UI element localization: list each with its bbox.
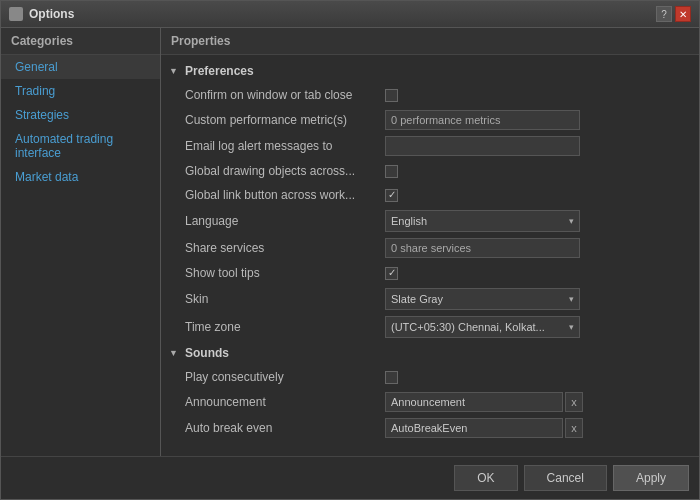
- row-timezone: Time zone (UTC+05:30) Chennai, Kolkat...…: [161, 313, 699, 341]
- checkbox-play-consecutively[interactable]: [385, 371, 398, 384]
- properties-panel: Properties ▼ Preferences Confirm on wind…: [161, 28, 699, 456]
- preferences-section-label: Preferences: [185, 64, 254, 78]
- value-global-link: [385, 189, 691, 202]
- preferences-arrow-icon: ▼: [169, 66, 179, 76]
- input-performance-metrics[interactable]: [385, 110, 580, 130]
- dropdown-language[interactable]: English ▾: [385, 210, 580, 232]
- help-button[interactable]: ?: [656, 6, 672, 22]
- label-show-tooltips: Show tool tips: [185, 266, 385, 280]
- dropdown-skin-value: Slate Gray: [391, 293, 443, 305]
- clear-announcement-button[interactable]: x: [565, 392, 583, 412]
- checkbox-global-drawing[interactable]: [385, 165, 398, 178]
- row-show-tooltips: Show tool tips: [161, 261, 699, 285]
- input-email-log[interactable]: [385, 136, 580, 156]
- dropdown-timezone-value: (UTC+05:30) Chennai, Kolkat...: [391, 321, 545, 333]
- label-performance-metrics: Custom performance metric(s): [185, 113, 385, 127]
- value-email-log: [385, 136, 691, 156]
- dropdown-timezone[interactable]: (UTC+05:30) Chennai, Kolkat... ▾: [385, 316, 580, 338]
- label-timezone: Time zone: [185, 320, 385, 334]
- dialog-footer: OK Cancel Apply: [1, 456, 699, 499]
- value-skin: Slate Gray ▾: [385, 288, 691, 310]
- value-announcement: x: [385, 392, 691, 412]
- sounds-arrow-icon: ▼: [169, 348, 179, 358]
- value-show-tooltips: [385, 267, 691, 280]
- value-timezone: (UTC+05:30) Chennai, Kolkat... ▾: [385, 316, 691, 338]
- value-global-drawing: [385, 165, 691, 178]
- row-email-log: Email log alert messages to: [161, 133, 699, 159]
- properties-header: Properties: [161, 28, 699, 55]
- options-dialog: Options ? ✕ Categories General Trading S…: [0, 0, 700, 500]
- sidebar-item-strategies[interactable]: Strategies: [1, 103, 160, 127]
- sound-input-group-announcement: x: [385, 392, 583, 412]
- apply-button[interactable]: Apply: [613, 465, 689, 491]
- label-share-services: Share services: [185, 241, 385, 255]
- dropdown-language-value: English: [391, 215, 427, 227]
- sounds-section-header[interactable]: ▼ Sounds: [161, 341, 699, 365]
- sidebar-item-trading[interactable]: Trading: [1, 79, 160, 103]
- row-language: Language English ▾: [161, 207, 699, 235]
- main-content: Categories General Trading Strategies Au…: [1, 28, 699, 456]
- dropdown-skin[interactable]: Slate Gray ▾: [385, 288, 580, 310]
- ok-button[interactable]: OK: [454, 465, 517, 491]
- title-bar-buttons: ? ✕: [656, 6, 691, 22]
- checkbox-show-tooltips[interactable]: [385, 267, 398, 280]
- sounds-section-label: Sounds: [185, 346, 229, 360]
- row-skin: Skin Slate Gray ▾: [161, 285, 699, 313]
- label-auto-break-even: Auto break even: [185, 421, 385, 435]
- row-share-services: Share services: [161, 235, 699, 261]
- row-auto-break-even: Auto break even x: [161, 415, 699, 441]
- value-share-services: [385, 238, 691, 258]
- row-performance-metrics: Custom performance metric(s): [161, 107, 699, 133]
- preferences-section-header[interactable]: ▼ Preferences: [161, 59, 699, 83]
- clear-auto-break-even-button[interactable]: x: [565, 418, 583, 438]
- sidebar-item-general[interactable]: General: [1, 55, 160, 79]
- sound-input-group-auto-break-even: x: [385, 418, 583, 438]
- chevron-down-icon-skin: ▾: [569, 294, 574, 304]
- input-announcement[interactable]: [385, 392, 563, 412]
- label-global-drawing: Global drawing objects across...: [185, 164, 385, 178]
- dialog-title: Options: [29, 7, 74, 21]
- value-play-consecutively: [385, 371, 691, 384]
- cancel-button[interactable]: Cancel: [524, 465, 607, 491]
- input-share-services[interactable]: [385, 238, 580, 258]
- checkbox-global-link[interactable]: [385, 189, 398, 202]
- label-email-log: Email log alert messages to: [185, 139, 385, 153]
- row-announcement: Announcement x: [161, 389, 699, 415]
- label-announcement: Announcement: [185, 395, 385, 409]
- sidebar-header: Categories: [1, 28, 160, 55]
- value-confirm-close: [385, 89, 691, 102]
- label-confirm-close: Confirm on window or tab close: [185, 88, 385, 102]
- checkbox-confirm-close[interactable]: [385, 89, 398, 102]
- chevron-down-icon-timezone: ▾: [569, 322, 574, 332]
- sidebar: Categories General Trading Strategies Au…: [1, 28, 161, 456]
- row-global-drawing: Global drawing objects across...: [161, 159, 699, 183]
- close-button[interactable]: ✕: [675, 6, 691, 22]
- label-play-consecutively: Play consecutively: [185, 370, 385, 384]
- title-bar: Options ? ✕: [1, 1, 699, 28]
- value-language: English ▾: [385, 210, 691, 232]
- row-global-link: Global link button across work...: [161, 183, 699, 207]
- value-performance-metrics: [385, 110, 691, 130]
- row-play-consecutively: Play consecutively: [161, 365, 699, 389]
- chevron-down-icon: ▾: [569, 216, 574, 226]
- row-confirm-close: Confirm on window or tab close: [161, 83, 699, 107]
- sidebar-item-market-data[interactable]: Market data: [1, 165, 160, 189]
- title-bar-left: Options: [9, 7, 74, 21]
- properties-content: ▼ Preferences Confirm on window or tab c…: [161, 55, 699, 456]
- dialog-icon: [9, 7, 23, 21]
- value-auto-break-even: x: [385, 418, 691, 438]
- label-skin: Skin: [185, 292, 385, 306]
- input-auto-break-even[interactable]: [385, 418, 563, 438]
- label-global-link: Global link button across work...: [185, 188, 385, 202]
- sidebar-item-automated[interactable]: Automated trading interface: [1, 127, 160, 165]
- label-language: Language: [185, 214, 385, 228]
